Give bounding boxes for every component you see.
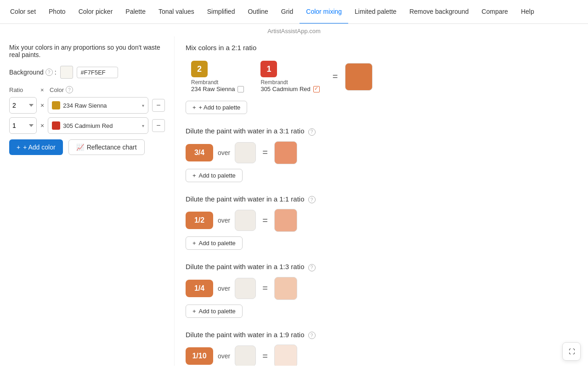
dilute-result-swatch-2 <box>274 277 297 300</box>
dilute-row-1: 1/2 over = <box>186 209 577 232</box>
ratio-select-1[interactable]: 1 <box>9 117 37 134</box>
color-select-0[interactable]: 234 Raw Sienna ▾ <box>48 97 148 114</box>
paint-checkbox-2[interactable] <box>313 86 320 92</box>
paint-brand-2: Rembrandt <box>260 79 319 86</box>
dilute-equals-0: = <box>262 147 268 158</box>
dilution-section-2: Dilute the paint with water in a 1:3 rat… <box>186 263 577 318</box>
add-icon-2: + <box>192 308 196 315</box>
navigation: Color setPhotoColor pickerPaletteTonal v… <box>0 0 588 24</box>
description-text: Mix your colors in any proportions so yo… <box>9 44 165 58</box>
plus-icon: + <box>17 144 20 151</box>
fullscreen-button[interactable]: ⛶ <box>562 342 581 361</box>
app-subtitle: ArtistAssistApp.com <box>0 24 588 36</box>
over-label-2: over <box>218 285 230 292</box>
color-swatch-0 <box>52 101 60 109</box>
dilution-title-1: Dilute the paint with water in a 1:1 rat… <box>186 195 577 204</box>
water-swatch-1 <box>235 210 256 231</box>
x-column-header: × <box>40 86 46 93</box>
water-swatch-3 <box>235 345 256 366</box>
nav-item-color-picker[interactable]: Color picker <box>72 0 119 24</box>
paint-card-1: 2 Rembrandt 234 Raw Sienna <box>186 57 249 96</box>
dilution-section-3: Dilute the paint with water in a 1:9 rat… <box>186 331 577 366</box>
mix-result-swatch <box>345 63 373 91</box>
left-panel: Mix your colors in any proportions so yo… <box>0 36 175 366</box>
dilution-help-icon-3[interactable]: ? <box>308 332 316 339</box>
fullscreen-icon: ⛶ <box>569 348 575 355</box>
dilution-section-1: Dilute the paint with water in a 1:1 rat… <box>186 195 577 250</box>
chevron-down-icon-1: ▾ <box>142 123 144 128</box>
paint-cards: 2 Rembrandt 234 Raw Sienna 1 Rembrandt 3… <box>186 57 577 96</box>
add-to-palette-button-dilute-1[interactable]: + Add to palette <box>186 236 243 250</box>
nav-item-help[interactable]: Help <box>514 0 541 24</box>
water-swatch-0 <box>235 142 256 163</box>
color-rows: 2 × 234 Raw Sienna ▾ − 1 × 305 Cadmium R… <box>9 97 165 134</box>
paint-name-2: 305 Cadmium Red <box>260 86 319 92</box>
nav-item-remove-background[interactable]: Remove background <box>403 0 475 24</box>
paint-checkbox-1[interactable] <box>237 86 244 92</box>
nav-item-limited-palette[interactable]: Limited palette <box>348 0 403 24</box>
add-color-button[interactable]: + + Add color <box>9 139 63 155</box>
nav-item-palette[interactable]: Palette <box>119 0 152 24</box>
ratio-column-header: Ratio <box>9 86 37 93</box>
ratio-select-0[interactable]: 2 <box>9 97 37 114</box>
add-to-palette-button-dilute-2[interactable]: + Add to palette <box>186 305 243 318</box>
dilute-row-3: 1/10 over = <box>186 345 577 366</box>
nav-item-tonal-values[interactable]: Tonal values <box>152 0 201 24</box>
color-row-1: 1 × 305 Cadmium Red ▾ − <box>9 117 165 134</box>
background-help-icon[interactable]: ? <box>45 69 53 76</box>
background-hex-input[interactable] <box>77 67 118 78</box>
color-column-help-icon[interactable]: ? <box>66 86 73 93</box>
dilute-badge-2: 1/4 <box>186 280 213 297</box>
add-to-palette-button-dilute-0[interactable]: + Add to palette <box>186 169 243 182</box>
dilute-row-0: 3/4 over = <box>186 141 577 164</box>
mix-title: Mix colors in a 2:1 ratio <box>186 44 577 52</box>
dilute-badge-1: 1/2 <box>186 212 213 229</box>
dilute-badge-0: 3/4 <box>186 144 213 161</box>
nav-item-simplified[interactable]: Simplified <box>201 0 242 24</box>
main-content: Mix your colors in any proportions so yo… <box>0 36 588 366</box>
dilute-result-swatch-3 <box>274 345 297 366</box>
nav-item-photo[interactable]: Photo <box>42 0 72 24</box>
over-label-3: over <box>218 352 230 360</box>
dilute-equals-1: = <box>262 215 268 226</box>
color-name-1: 305 Cadmium Red <box>63 122 139 129</box>
paint-badge-1: 2 <box>191 61 208 77</box>
color-select-1[interactable]: 305 Cadmium Red ▾ <box>48 117 148 134</box>
x-symbol-1: × <box>40 122 44 129</box>
chevron-down-icon-0: ▾ <box>142 103 144 108</box>
remove-color-button-1[interactable]: − <box>152 119 165 132</box>
dilute-equals-2: = <box>262 283 268 293</box>
paint-badge-2: 1 <box>260 61 277 77</box>
nav-item-grid[interactable]: Grid <box>275 0 300 24</box>
x-symbol-0: × <box>40 102 44 109</box>
nav-item-outline[interactable]: Outline <box>241 0 274 24</box>
action-row: + + Add color 📈 Reflectance chart <box>9 139 165 155</box>
paint-brand-1: Rembrandt <box>191 79 244 86</box>
dilute-equals-3: = <box>262 351 268 362</box>
color-name-0: 234 Raw Sienna <box>63 102 139 109</box>
color-column-header: Color ? <box>50 86 73 93</box>
dilute-result-swatch-0 <box>274 141 297 164</box>
remove-color-button-0[interactable]: − <box>152 99 165 112</box>
color-row-0: 2 × 234 Raw Sienna ▾ − <box>9 97 165 114</box>
dilution-section-0: Dilute the paint with water in a 3:1 rat… <box>186 127 577 182</box>
right-panel: Mix colors in a 2:1 ratio 2 Rembrandt 23… <box>175 36 588 366</box>
add-icon-0: + <box>192 172 196 179</box>
background-label: Background ? : <box>9 69 57 76</box>
dilution-help-icon-2[interactable]: ? <box>308 264 316 271</box>
column-headers: Ratio × Color ? <box>9 86 165 93</box>
over-label-1: over <box>218 217 230 224</box>
dilute-result-swatch-1 <box>274 209 297 232</box>
dilution-help-icon-0[interactable]: ? <box>308 128 316 136</box>
background-swatch[interactable] <box>60 66 73 79</box>
equals-sign: = <box>333 71 338 82</box>
dilution-title-3: Dilute the paint with water in a 1:9 rat… <box>186 331 577 339</box>
dilution-help-icon-1[interactable]: ? <box>308 196 316 203</box>
nav-item-compare[interactable]: Compare <box>475 0 514 24</box>
reflectance-chart-button[interactable]: 📈 Reflectance chart <box>68 139 145 155</box>
add-to-palette-button-mix[interactable]: + + Add to palette <box>186 101 247 114</box>
dilute-row-2: 1/4 over = <box>186 277 577 300</box>
nav-item-color-set[interactable]: Color set <box>4 0 42 24</box>
add-icon: + <box>192 104 196 111</box>
nav-item-color-mixing[interactable]: Color mixing <box>300 0 348 24</box>
